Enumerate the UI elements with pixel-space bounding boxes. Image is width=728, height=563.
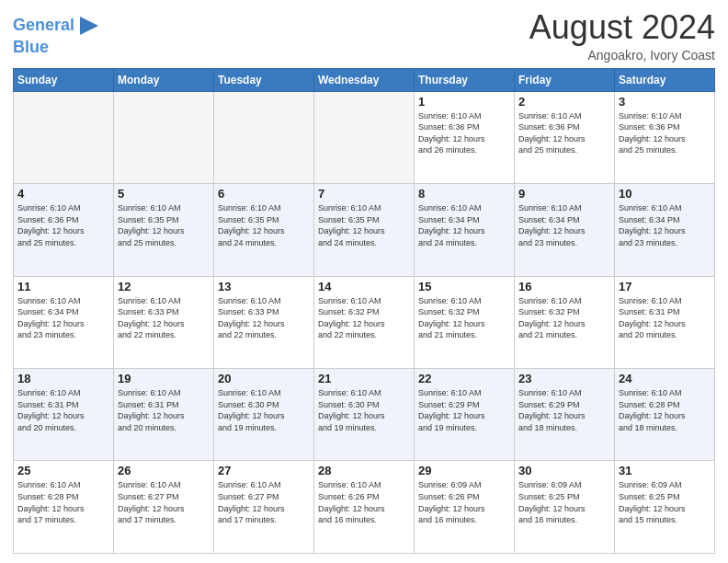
table-row: 7Sunrise: 6:10 AM Sunset: 6:35 PM Daylig…: [314, 184, 415, 276]
table-row: 6Sunrise: 6:10 AM Sunset: 6:35 PM Daylig…: [214, 184, 314, 276]
title-block: August 2024 Angoakro, Ivory Coast: [529, 9, 715, 63]
col-tuesday: Tuesday: [214, 68, 314, 91]
day-number: 10: [619, 187, 711, 201]
day-number: 31: [619, 464, 711, 477]
subtitle: Angoakro, Ivory Coast: [529, 48, 715, 63]
table-row: 5Sunrise: 6:10 AM Sunset: 6:35 PM Daylig…: [114, 184, 214, 276]
day-number: 18: [17, 372, 109, 385]
day-info: Sunrise: 6:10 AM Sunset: 6:32 PM Dayligh…: [318, 295, 410, 341]
day-info: Sunrise: 6:09 AM Sunset: 6:25 PM Dayligh…: [518, 479, 610, 525]
day-info: Sunrise: 6:10 AM Sunset: 6:27 PM Dayligh…: [118, 479, 210, 525]
day-number: 23: [518, 372, 610, 385]
logo-icon: [76, 13, 102, 39]
day-number: 5: [118, 187, 210, 201]
col-friday: Friday: [515, 68, 615, 91]
day-info: Sunrise: 6:10 AM Sunset: 6:29 PM Dayligh…: [418, 387, 510, 433]
table-row: 24Sunrise: 6:10 AM Sunset: 6:28 PM Dayli…: [615, 369, 715, 461]
day-info: Sunrise: 6:10 AM Sunset: 6:33 PM Dayligh…: [118, 295, 210, 341]
table-row: 17Sunrise: 6:10 AM Sunset: 6:31 PM Dayli…: [615, 276, 715, 368]
day-info: Sunrise: 6:10 AM Sunset: 6:33 PM Dayligh…: [218, 295, 310, 341]
day-info: Sunrise: 6:10 AM Sunset: 6:31 PM Dayligh…: [17, 387, 109, 433]
day-info: Sunrise: 6:10 AM Sunset: 6:29 PM Dayligh…: [518, 387, 610, 433]
day-number: 1: [418, 95, 510, 109]
day-number: 29: [418, 464, 510, 477]
day-info: Sunrise: 6:09 AM Sunset: 6:25 PM Dayligh…: [619, 479, 711, 525]
table-row: [114, 91, 214, 183]
day-info: Sunrise: 6:10 AM Sunset: 6:34 PM Dayligh…: [619, 202, 711, 248]
day-info: Sunrise: 6:10 AM Sunset: 6:35 PM Dayligh…: [218, 202, 310, 248]
col-saturday: Saturday: [615, 68, 715, 91]
day-number: 24: [619, 372, 711, 385]
day-number: 25: [17, 464, 109, 477]
table-row: 22Sunrise: 6:10 AM Sunset: 6:29 PM Dayli…: [415, 369, 515, 461]
table-row: 26Sunrise: 6:10 AM Sunset: 6:27 PM Dayli…: [114, 461, 214, 554]
table-row: 11Sunrise: 6:10 AM Sunset: 6:34 PM Dayli…: [14, 276, 114, 368]
day-number: 16: [518, 280, 610, 293]
table-row: 21Sunrise: 6:10 AM Sunset: 6:30 PM Dayli…: [314, 369, 415, 461]
day-info: Sunrise: 6:10 AM Sunset: 6:34 PM Dayligh…: [17, 295, 109, 341]
day-number: 6: [218, 187, 310, 201]
col-monday: Monday: [114, 68, 214, 91]
day-number: 20: [218, 372, 310, 385]
calendar-header-row: Sunday Monday Tuesday Wednesday Thursday…: [14, 68, 715, 91]
table-row: 14Sunrise: 6:10 AM Sunset: 6:32 PM Dayli…: [314, 276, 415, 368]
day-number: 2: [518, 95, 610, 109]
day-number: 14: [318, 280, 410, 293]
day-number: 22: [418, 372, 510, 385]
day-number: 28: [318, 464, 410, 477]
calendar-week-row: 25Sunrise: 6:10 AM Sunset: 6:28 PM Dayli…: [14, 461, 715, 554]
main-title: August 2024: [529, 9, 715, 46]
table-row: [14, 91, 114, 183]
calendar-week-row: 4Sunrise: 6:10 AM Sunset: 6:36 PM Daylig…: [14, 184, 715, 276]
day-info: Sunrise: 6:10 AM Sunset: 6:31 PM Dayligh…: [619, 295, 711, 341]
day-info: Sunrise: 6:10 AM Sunset: 6:30 PM Dayligh…: [218, 387, 310, 433]
day-number: 19: [118, 372, 210, 385]
table-row: 20Sunrise: 6:10 AM Sunset: 6:30 PM Dayli…: [214, 369, 314, 461]
day-number: 8: [418, 187, 510, 201]
day-info: Sunrise: 6:10 AM Sunset: 6:31 PM Dayligh…: [118, 387, 210, 433]
table-row: 13Sunrise: 6:10 AM Sunset: 6:33 PM Dayli…: [214, 276, 314, 368]
day-number: 13: [218, 280, 310, 293]
day-number: 26: [118, 464, 210, 477]
day-number: 27: [218, 464, 310, 477]
table-row: [314, 91, 415, 183]
header: General Blue August 2024 Angoakro, Ivory…: [13, 9, 715, 63]
day-info: Sunrise: 6:10 AM Sunset: 6:36 PM Dayligh…: [619, 110, 711, 156]
table-row: 28Sunrise: 6:10 AM Sunset: 6:26 PM Dayli…: [314, 461, 415, 554]
day-number: 30: [518, 464, 610, 477]
table-row: 23Sunrise: 6:10 AM Sunset: 6:29 PM Dayli…: [515, 369, 615, 461]
calendar-week-row: 1Sunrise: 6:10 AM Sunset: 6:36 PM Daylig…: [14, 91, 715, 183]
table-row: 29Sunrise: 6:09 AM Sunset: 6:26 PM Dayli…: [415, 461, 515, 554]
day-number: 4: [17, 187, 109, 201]
day-number: 15: [418, 280, 510, 293]
day-info: Sunrise: 6:10 AM Sunset: 6:32 PM Dayligh…: [418, 295, 510, 341]
day-number: 9: [518, 187, 610, 201]
day-number: 3: [619, 95, 711, 109]
logo: General Blue: [13, 13, 102, 57]
day-number: 12: [118, 280, 210, 293]
day-info: Sunrise: 6:10 AM Sunset: 6:36 PM Dayligh…: [418, 110, 510, 156]
col-sunday: Sunday: [14, 68, 114, 91]
day-info: Sunrise: 6:10 AM Sunset: 6:26 PM Dayligh…: [318, 479, 410, 525]
table-row: 25Sunrise: 6:10 AM Sunset: 6:28 PM Dayli…: [14, 461, 114, 554]
table-row: 15Sunrise: 6:10 AM Sunset: 6:32 PM Dayli…: [415, 276, 515, 368]
table-row: 27Sunrise: 6:10 AM Sunset: 6:27 PM Dayli…: [214, 461, 314, 554]
calendar-week-row: 18Sunrise: 6:10 AM Sunset: 6:31 PM Dayli…: [14, 369, 715, 461]
table-row: 18Sunrise: 6:10 AM Sunset: 6:31 PM Dayli…: [14, 369, 114, 461]
day-info: Sunrise: 6:10 AM Sunset: 6:35 PM Dayligh…: [118, 202, 210, 248]
day-info: Sunrise: 6:10 AM Sunset: 6:27 PM Dayligh…: [218, 479, 310, 525]
table-row: 2Sunrise: 6:10 AM Sunset: 6:36 PM Daylig…: [515, 91, 615, 183]
day-info: Sunrise: 6:10 AM Sunset: 6:35 PM Dayligh…: [318, 202, 410, 248]
table-row: 31Sunrise: 6:09 AM Sunset: 6:25 PM Dayli…: [615, 461, 715, 554]
svg-marker-0: [80, 17, 98, 35]
day-number: 21: [318, 372, 410, 385]
table-row: 1Sunrise: 6:10 AM Sunset: 6:36 PM Daylig…: [415, 91, 515, 183]
day-info: Sunrise: 6:09 AM Sunset: 6:26 PM Dayligh…: [418, 479, 510, 525]
col-wednesday: Wednesday: [314, 68, 415, 91]
table-row: 4Sunrise: 6:10 AM Sunset: 6:36 PM Daylig…: [14, 184, 114, 276]
logo-text: General: [13, 17, 74, 35]
day-number: 7: [318, 187, 410, 201]
day-info: Sunrise: 6:10 AM Sunset: 6:36 PM Dayligh…: [518, 110, 610, 156]
table-row: 10Sunrise: 6:10 AM Sunset: 6:34 PM Dayli…: [615, 184, 715, 276]
table-row: [214, 91, 314, 183]
